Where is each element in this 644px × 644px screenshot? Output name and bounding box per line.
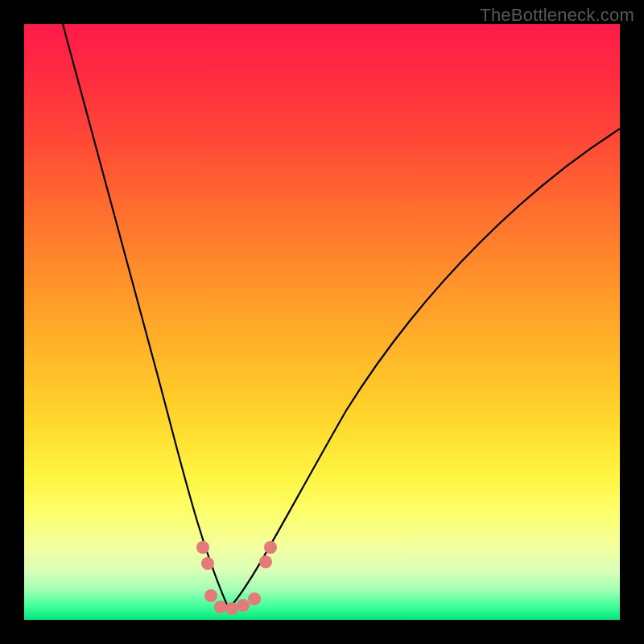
curve-left-branch bbox=[63, 24, 229, 609]
highlight-dot bbox=[225, 602, 238, 615]
highlight-dot bbox=[264, 541, 277, 554]
watermark-text: TheBottleneck.com bbox=[480, 5, 634, 26]
highlight-dots-group bbox=[196, 541, 277, 615]
highlight-dot bbox=[201, 557, 214, 570]
highlight-dot bbox=[196, 541, 209, 554]
highlight-dot bbox=[248, 592, 261, 605]
highlight-dot bbox=[259, 555, 272, 568]
highlight-dot bbox=[214, 601, 227, 613]
curve-layer bbox=[24, 24, 620, 620]
highlight-dot bbox=[204, 589, 217, 602]
highlight-dot bbox=[237, 599, 250, 612]
plot-area bbox=[24, 24, 620, 620]
curve-right-branch bbox=[229, 129, 620, 609]
